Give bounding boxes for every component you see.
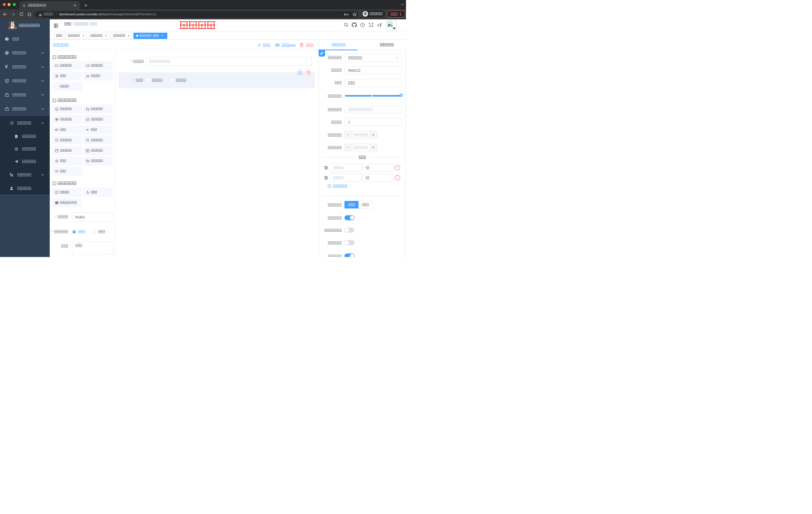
svg-text:123: 123 (86, 75, 89, 77)
svg-text:T: T (379, 23, 382, 27)
svg-text:T: T (377, 24, 379, 27)
svg-text:?: ? (362, 23, 364, 26)
